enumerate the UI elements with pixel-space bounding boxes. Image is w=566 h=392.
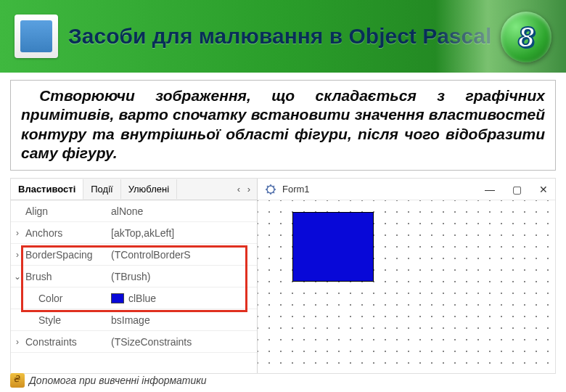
tab-scroll-controls: ‹ ›: [234, 184, 257, 195]
maximize-button[interactable]: ▢: [512, 184, 522, 195]
footer-book-icon: [10, 373, 25, 388]
description-text: Створюючи зображення, що складається з г…: [21, 86, 545, 163]
form-title: Form1: [282, 184, 310, 195]
prop-value[interactable]: (TSizeConstraints: [111, 336, 257, 348]
tab-favorites[interactable]: Улюблені: [121, 179, 177, 199]
prop-name: Style: [24, 314, 111, 326]
prop-row-brush-style[interactable]: Style bsImage: [11, 309, 257, 331]
header-decorative-icon: [15, 15, 58, 58]
tab-properties[interactable]: Властивості: [11, 179, 83, 200]
form-titlebar: Form1 — ▢ ✕: [258, 179, 555, 200]
prop-value[interactable]: clBlue: [111, 293, 257, 304]
prop-value-text: clBlue: [128, 293, 156, 304]
prop-name: Anchors: [24, 227, 111, 239]
expand-icon[interactable]: ›: [11, 250, 24, 260]
design-canvas[interactable]: [258, 200, 555, 373]
footer: Допомога при вивченні інформатики: [10, 373, 207, 388]
tab-scroll-right-icon[interactable]: ›: [244, 184, 254, 195]
prop-name: Constraints: [24, 336, 111, 348]
shape-rectangle[interactable]: [292, 212, 374, 282]
color-swatch-icon: [111, 293, 124, 303]
prop-row-align[interactable]: Align alNone: [11, 200, 257, 222]
inspector-tabs: Властивості Події Улюблені ‹ ›: [11, 179, 257, 200]
description-box: Створюючи зображення, що складається з г…: [10, 80, 556, 171]
prop-value[interactable]: [akTop,akLeft]: [111, 227, 257, 239]
ide-screenshot: Властивості Події Улюблені ‹ › Align alN…: [10, 178, 556, 374]
object-inspector: Властивості Події Улюблені ‹ › Align alN…: [11, 179, 258, 373]
prop-row-anchors[interactable]: › Anchors [akTop,akLeft]: [11, 222, 257, 244]
collapse-icon[interactable]: ⌄: [11, 271, 24, 282]
prop-row-constraints[interactable]: › Constraints (TSizeConstraints: [11, 331, 257, 353]
form-designer: Form1 — ▢ ✕: [258, 179, 555, 373]
prop-row-brush[interactable]: ⌄ Brush (TBrush): [11, 266, 257, 287]
close-button[interactable]: ✕: [539, 184, 548, 195]
window-controls: — ▢ ✕: [485, 184, 548, 195]
slide-header: Засоби для малювання в Object Pascal 8: [0, 0, 566, 73]
prop-row-brush-color[interactable]: Color clBlue: [11, 287, 257, 309]
prop-name: BorderSpacing: [24, 249, 111, 261]
prop-value[interactable]: (TBrush): [111, 271, 257, 282]
prop-name: Color: [24, 293, 111, 304]
prop-value[interactable]: (TControlBorderS: [111, 249, 257, 261]
tab-scroll-left-icon[interactable]: ‹: [234, 184, 244, 195]
prop-name: Brush: [24, 271, 111, 282]
prop-value[interactable]: bsImage: [111, 314, 257, 326]
form-gear-icon: [265, 184, 276, 195]
property-grid: Align alNone › Anchors [akTop,akLeft] › …: [11, 200, 257, 353]
slide-number-badge: 8: [501, 12, 551, 62]
footer-text: Допомога при вивченні інформатики: [29, 375, 207, 386]
prop-value[interactable]: alNone: [111, 205, 257, 217]
slide-number: 8: [518, 21, 534, 54]
prop-name: Align: [24, 205, 111, 217]
minimize-button[interactable]: —: [485, 184, 495, 195]
slide-title: Засоби для малювання в Object Pascal: [68, 24, 491, 49]
expand-icon[interactable]: ›: [11, 228, 24, 238]
tab-events[interactable]: Події: [83, 179, 120, 199]
prop-row-borderspacing[interactable]: › BorderSpacing (TControlBorderS: [11, 244, 257, 266]
expand-icon[interactable]: ›: [11, 337, 24, 347]
